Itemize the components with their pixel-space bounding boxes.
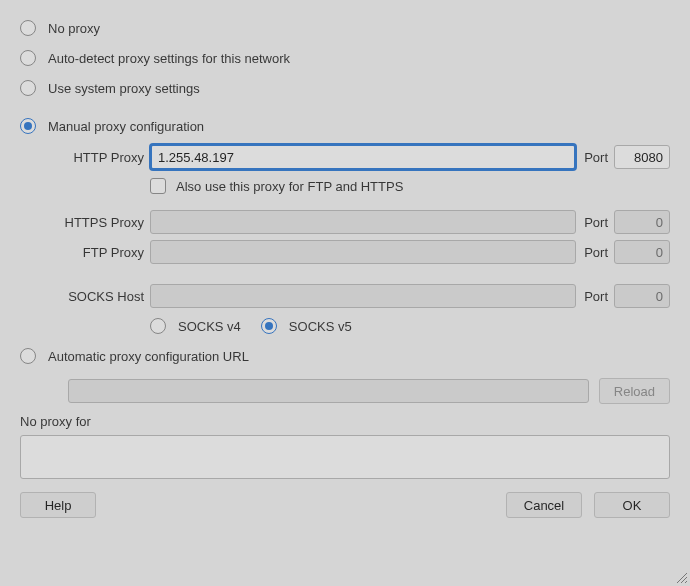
radio-use-system[interactable] — [20, 80, 36, 96]
radio-auto-url[interactable] — [20, 348, 36, 364]
resize-handle-icon[interactable] — [674, 570, 688, 584]
radio-auto-url-label: Automatic proxy configuration URL — [48, 349, 249, 364]
radio-socks-v5[interactable] — [261, 318, 277, 334]
https-port-input[interactable] — [614, 210, 670, 234]
radio-socks-v5-label: SOCKS v5 — [289, 319, 352, 334]
http-proxy-input[interactable] — [150, 144, 576, 170]
also-use-label: Also use this proxy for FTP and HTTPS — [176, 179, 403, 194]
socks-host-label: SOCKS Host — [20, 289, 150, 304]
radio-auto-detect[interactable] — [20, 50, 36, 66]
no-proxy-for-label: No proxy for — [20, 414, 670, 429]
radio-no-proxy[interactable] — [20, 20, 36, 36]
radio-use-system-label: Use system proxy settings — [48, 81, 200, 96]
radio-auto-detect-label: Auto-detect proxy settings for this netw… — [48, 51, 290, 66]
ok-button[interactable]: OK — [594, 492, 670, 518]
https-proxy-label: HTTPS Proxy — [20, 215, 150, 230]
ftp-port-label: Port — [584, 245, 608, 260]
radio-manual[interactable] — [20, 118, 36, 134]
radio-socks-v4[interactable] — [150, 318, 166, 334]
http-port-label: Port — [584, 150, 608, 165]
no-proxy-for-textarea[interactable] — [20, 435, 670, 479]
socks-port-label: Port — [584, 289, 608, 304]
radio-manual-label: Manual proxy configuration — [48, 119, 204, 134]
socks-host-input[interactable] — [150, 284, 576, 308]
auto-url-input[interactable] — [68, 379, 589, 403]
cancel-button[interactable]: Cancel — [506, 492, 582, 518]
radio-socks-v4-label: SOCKS v4 — [178, 319, 241, 334]
ftp-proxy-label: FTP Proxy — [20, 245, 150, 260]
https-port-label: Port — [584, 215, 608, 230]
help-button[interactable]: Help — [20, 492, 96, 518]
radio-no-proxy-label: No proxy — [48, 21, 100, 36]
svg-line-2 — [685, 581, 687, 583]
ftp-proxy-input[interactable] — [150, 240, 576, 264]
socks-port-input[interactable] — [614, 284, 670, 308]
http-port-input[interactable] — [614, 145, 670, 169]
https-proxy-input[interactable] — [150, 210, 576, 234]
ftp-port-input[interactable] — [614, 240, 670, 264]
also-use-checkbox[interactable] — [150, 178, 166, 194]
http-proxy-label: HTTP Proxy — [20, 150, 150, 165]
reload-button[interactable]: Reload — [599, 378, 670, 404]
